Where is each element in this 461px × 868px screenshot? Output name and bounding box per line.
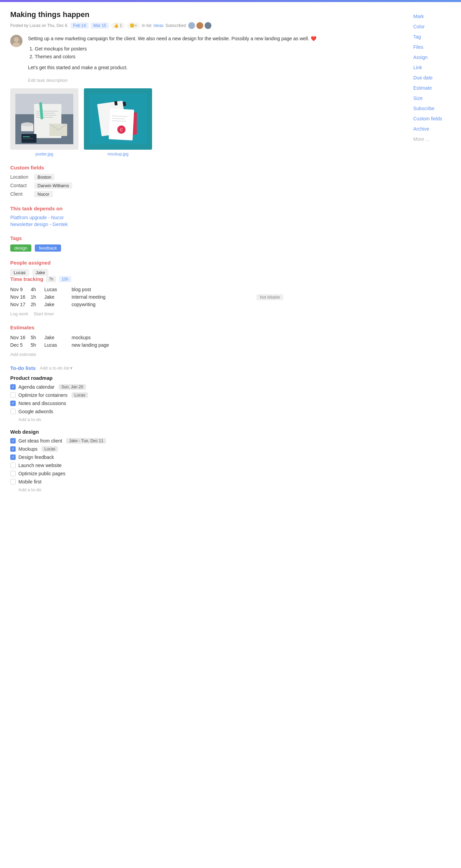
time-entry-1-billing [256,286,406,293]
task-meta: Posted by Lucas on Thu, Dec 6. Feb 14 Ma… [10,22,406,29]
date-badge-feb[interactable]: Feb 14 [71,23,89,29]
thumbs-up-badge[interactable]: 👍 1 [111,23,125,29]
avatar-2 [196,22,204,29]
author-avatar [10,35,23,47]
sidebar-item-size[interactable]: Size [413,95,454,101]
svg-rect-7 [36,113,55,114]
field-contact-label: Contact [10,183,34,188]
dependency-1[interactable]: Platfrom upgrade - Nucor [10,215,406,220]
todo-item-design-feedback: ✓ Design feedback [10,454,406,460]
todo-item-launch: Launch new website [10,463,406,468]
todo-checkbox-mobile-first[interactable] [10,479,16,484]
estimate-entry-1: Nov 16 5h Jake mockups [10,334,406,341]
time-entry-2: Nov 16 1h Jake internal meeting Not bill… [10,293,406,301]
field-location-value[interactable]: Boston [34,174,55,180]
author-avatar-svg [10,35,23,47]
task-body: Setting up a new marketing campaign for … [10,35,406,74]
field-contact: Contact Darwin Williams [10,182,406,189]
attachment-mockup[interactable]: C mockup.jpg [84,88,152,156]
todo-group-product-roadmap: Product roadmap ✓ Agenda calendar Sun, J… [10,375,406,422]
people-list: Lucas Jake [10,269,406,276]
todo-section-title: To-do lists [10,365,36,371]
task-title: Making things happen [10,10,406,19]
sidebar-item-color[interactable]: Color [413,24,454,29]
sidebar-item-more[interactable]: More ... [413,136,454,142]
est-2-desc: new landing page [72,341,406,349]
start-timer-link[interactable]: Start timer [34,311,54,316]
add-todo-web-design[interactable]: Add a to-do [18,487,406,492]
time-entry-3: Nov 17 2h Jake copywriting [10,301,406,308]
add-todo-list-btn[interactable]: Add a to-do list ▾ [40,365,73,371]
custom-fields-heading: Custom fields [10,165,406,170]
sidebar-item-archive[interactable]: Archive [413,126,454,132]
task-description: Setting up a new marketing campaign for … [28,35,316,74]
add-estimate-link[interactable]: Add estimate [10,352,36,357]
todo-checkbox-launch[interactable] [10,463,16,468]
time-entry-1-desc: blog post [72,286,256,293]
sidebar-item-subscribe[interactable]: Subscribe [413,106,454,111]
list-name-link[interactable]: Ideas [153,23,163,28]
todo-checkbox-design-feedback[interactable]: ✓ [10,454,16,460]
poster-image [15,94,73,144]
todo-checkbox-optimize-public[interactable] [10,471,16,476]
log-work-link[interactable]: Log work [10,311,28,316]
todo-checkbox-notes[interactable]: ✓ [10,401,16,406]
time-entry-2-billing: Not billable [256,293,406,301]
todo-checkbox-google-adwords[interactable] [10,409,16,414]
mockup-thumb: C [84,88,152,150]
sidebar-item-assign[interactable]: Assign [413,55,454,60]
list-item-1: Get mockups for posters [35,45,316,53]
estimates-heading: Estimates [10,325,406,330]
field-contact-value[interactable]: Darwin Williams [34,182,72,189]
dependencies-list: Platfrom upgrade - Nucor Newsletter desi… [10,215,406,227]
estimates-table: Nov 16 5h Jake mockups Dec 5 5h Lucas ne… [10,334,406,349]
sidebar-item-link[interactable]: Link [413,65,454,70]
svg-rect-16 [23,136,30,137]
todo-checkbox-get-ideas[interactable]: ✓ [10,438,16,444]
time-tracking-heading: Time tracking [10,276,43,282]
estimates-actions: Add estimate [10,351,406,357]
sidebar-item-due-date[interactable]: Due date [413,75,454,80]
time-entry-3-desc: copywriting [72,301,256,308]
todo-checkbox-agenda[interactable]: ✓ [10,384,16,390]
time-entry-2-hours: 1h [31,293,44,301]
person-lucas[interactable]: Lucas [10,269,29,276]
est-2-person: Lucas [44,341,72,349]
description-followup: Let's get this started and make a great … [28,64,316,71]
todo-text-get-ideas: Get ideas from client [18,438,62,444]
attachment-poster[interactable]: poster.jpg [10,88,78,156]
sidebar-item-tag[interactable]: Tag [413,34,454,40]
add-todo-list-chevron: ▾ [70,365,73,371]
todo-checkbox-optimize-containers[interactable] [10,392,16,398]
sidebar-item-files[interactable]: Files [413,44,454,50]
tag-feedback[interactable]: feedback [35,244,61,252]
todo-group-title-web-design: Web design [10,429,406,435]
sidebar-item-estimate[interactable]: Estimate [413,85,454,91]
mockup-filename: mockup.jpg [84,152,152,156]
main-content: Making things happen Posted by Lucas on … [10,10,406,499]
field-client-value[interactable]: Nucor [34,191,53,197]
dependency-2[interactable]: Newsletter design - Gentek [10,222,406,227]
subscribed-text: Subscribed [165,23,186,28]
svg-rect-9 [36,117,53,118]
sidebar: Mark Color Tag Files Assign Link Due dat… [413,10,454,499]
description-line1: Setting up a new marketing campaign for … [28,36,309,41]
todo-group-title-product-roadmap: Product roadmap [10,375,406,381]
date-badge-mar[interactable]: Mar 15 [91,23,109,29]
add-todo-product-roadmap[interactable]: Add a to-do [18,417,406,422]
svg-point-12 [21,122,33,126]
person-jake[interactable]: Jake [32,269,48,276]
todo-checkbox-mockups[interactable]: ✓ [10,446,16,452]
svg-rect-17 [23,138,33,139]
time-entry-3-billing [256,301,406,308]
sidebar-item-mark[interactable]: Mark [413,14,454,19]
not-billable-badge: Not billable [256,294,283,300]
list-item-2: Themes and colors [35,53,316,60]
todo-text-mobile-first: Mobile first [18,479,42,484]
add-reaction-badge[interactable]: 🙂+ [127,23,140,29]
todo-group-web-design: Web design ✓ Get ideas from client Jake … [10,429,406,492]
sidebar-item-custom-fields[interactable]: Custom fields [413,116,454,121]
edit-task-link[interactable]: Edit task description [28,78,406,83]
in-list-text: In list [142,23,151,28]
tag-design[interactable]: design [10,244,31,252]
